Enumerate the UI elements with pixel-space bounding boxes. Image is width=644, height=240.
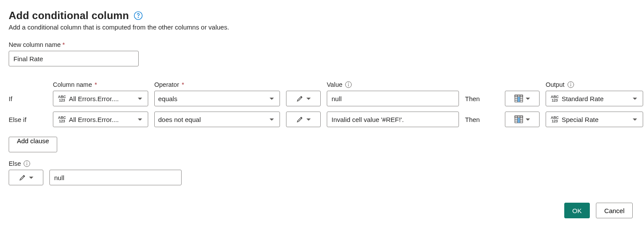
pencil-icon [296,115,304,123]
column-name-dropdown[interactable]: ABC123 All Errors.Error.... [53,91,148,106]
operator-dropdown[interactable]: does not equal [154,112,280,127]
chevron-down-icon [29,177,33,179]
svg-rect-9 [515,95,523,97]
help-icon[interactable] [133,11,143,20]
output-header: Output [546,81,643,88]
output-type-selector[interactable] [505,91,540,106]
operator-header: Operator [154,81,280,88]
value-header: Value [327,81,459,88]
chevron-down-icon [138,118,142,121]
chevron-down-icon [306,118,311,121]
pencil-icon [19,174,26,181]
svg-point-4 [348,83,349,83]
output-type-selector[interactable] [505,112,540,127]
svg-point-24 [27,162,27,162]
else-type-selector[interactable] [9,170,43,185]
column-name-dropdown[interactable]: ABC123 All Errors.Error.... [53,112,148,127]
svg-point-1 [138,17,138,18]
svg-rect-21 [518,118,520,123]
output-dropdown[interactable]: ABC123 Standard Rate [546,91,643,106]
chevron-down-icon [270,98,274,100]
info-icon [567,81,574,88]
clause-keyword: If [9,95,47,102]
output-dropdown[interactable]: ABC123 Special Rate [546,112,643,127]
abc123-type-icon: ABC123 [57,116,67,123]
dialog-title: Add conditional column [9,10,129,22]
info-icon [23,160,30,167]
add-clause-button[interactable]: Add clause [9,137,57,152]
chevron-down-icon [526,118,530,121]
svg-rect-16 [515,116,523,118]
chevron-down-icon [306,98,311,100]
column-picker-icon [514,95,523,102]
abc123-type-icon: ABC123 [57,95,67,102]
chevron-down-icon [138,98,142,100]
info-icon [345,81,352,88]
value-input[interactable] [327,91,459,106]
abc123-type-icon: ABC123 [550,116,560,123]
column-name-header: Column name [53,81,148,88]
then-label: Then [465,116,499,123]
else-value-input[interactable] [49,170,182,185]
dialog-subtitle: Add a conditional column that is compute… [9,23,635,31]
svg-rect-14 [518,97,520,102]
cancel-button[interactable]: Cancel [596,203,633,218]
column-headers: Column name Operator Value Output [9,81,635,88]
value-type-selector[interactable] [286,91,321,106]
column-picker-icon [514,115,523,123]
chevron-down-icon [633,98,637,100]
clause-row: Else if ABC123 All Errors.Error.... does… [9,112,635,127]
new-column-label: New column name [9,41,635,48]
clause-keyword: Else if [9,116,47,123]
value-input[interactable] [327,112,459,127]
svg-point-7 [570,83,571,83]
operator-dropdown[interactable]: equals [154,91,280,106]
then-label: Then [465,95,499,102]
ok-button[interactable]: OK [564,203,590,218]
clause-row: If ABC123 All Errors.Error.... equals Th… [9,91,635,106]
chevron-down-icon [526,98,530,100]
else-label: Else [9,160,635,167]
chevron-down-icon [270,118,274,121]
value-type-selector[interactable] [286,112,321,127]
pencil-icon [296,95,304,102]
new-column-input[interactable] [9,51,139,66]
chevron-down-icon [633,118,637,121]
abc123-type-icon: ABC123 [550,95,560,102]
